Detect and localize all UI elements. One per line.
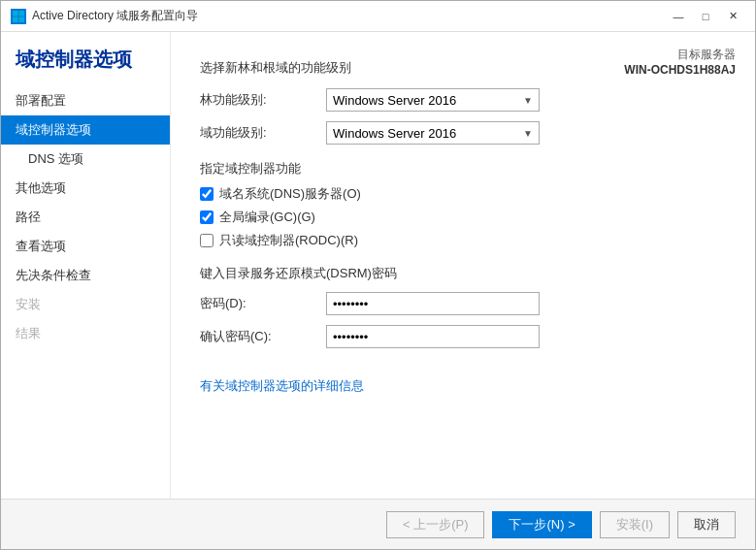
password-section: 键入目录服务还原模式(DSRM)密码 密码(D): 确认密码(C): — [200, 265, 726, 348]
rodc-label[interactable]: 只读域控制器(RODC)(R) — [219, 232, 358, 249]
prev-button[interactable]: < 上一步(P) — [386, 511, 485, 538]
minimize-button[interactable]: — — [666, 7, 691, 26]
rodc-checkbox-row: 只读域控制器(RODC)(R) — [200, 232, 726, 249]
sidebar-item-dc-options[interactable]: 域控制器选项 — [1, 115, 170, 145]
domain-level-label: 域功能级别: — [200, 124, 326, 142]
gc-label[interactable]: 全局编录(GC)(G) — [219, 209, 315, 226]
sidebar-item-prereq[interactable]: 先决条件检查 — [1, 261, 170, 290]
domain-level-dropdown[interactable]: Windows Server 2016 ▼ — [326, 121, 540, 145]
content-area: 域控制器选项 部署配置 域控制器选项 DNS 选项 其他选项 路径 查看选项 先… — [1, 32, 755, 499]
password-row: 密码(D): — [200, 292, 726, 315]
sidebar-item-dns[interactable]: DNS 选项 — [1, 145, 170, 174]
sidebar-item-deployment[interactable]: 部署配置 — [1, 86, 170, 115]
app-icon — [11, 9, 26, 24]
sidebar: 域控制器选项 部署配置 域控制器选项 DNS 选项 其他选项 路径 查看选项 先… — [1, 32, 171, 499]
close-button[interactable]: ✕ — [720, 7, 745, 26]
target-server-value: WIN-OCHDS1H88AJ — [624, 63, 736, 77]
confirm-password-input[interactable] — [326, 325, 540, 348]
detail-link[interactable]: 有关域控制器选项的详细信息 — [200, 378, 364, 393]
forest-level-dropdown[interactable]: Windows Server 2016 ▼ — [326, 88, 540, 112]
confirm-password-row: 确认密码(C): — [200, 325, 726, 348]
dc-features-section: 指定域控制器功能 域名系统(DNS)服务器(O) 全局编录(GC)(G) 只读域… — [200, 160, 726, 249]
forest-level-row: 林功能级别: Windows Server 2016 ▼ — [200, 88, 726, 112]
title-bar-text: Active Directory 域服务配置向导 — [32, 8, 666, 24]
password-input[interactable] — [326, 292, 540, 315]
next-button[interactable]: 下一步(N) > — [492, 511, 591, 538]
gc-checkbox[interactable] — [200, 210, 214, 224]
main-content: 目标服务器 WIN-OCHDS1H88AJ 选择新林和根域的功能级别 林功能级别… — [171, 32, 755, 499]
domain-level-row: 域功能级别: Windows Server 2016 ▼ — [200, 121, 726, 145]
maximize-button[interactable]: □ — [693, 7, 718, 26]
svg-rect-2 — [13, 16, 18, 22]
confirm-label: 确认密码(C): — [200, 328, 326, 345]
target-server-label: 目标服务器 — [624, 47, 736, 63]
title-bar-controls: — □ ✕ — [666, 7, 745, 26]
main-window: Active Directory 域服务配置向导 — □ ✕ 域控制器选项 部署… — [0, 0, 756, 550]
forest-level-label: 林功能级别: — [200, 91, 326, 109]
domain-dropdown-arrow: ▼ — [523, 128, 533, 139]
rodc-checkbox[interactable] — [200, 234, 214, 247]
gc-checkbox-row: 全局编录(GC)(G) — [200, 209, 726, 226]
svg-rect-0 — [13, 11, 18, 16]
sidebar-item-install: 安装 — [1, 290, 170, 319]
cancel-button[interactable]: 取消 — [677, 511, 736, 538]
dns-checkbox[interactable] — [200, 187, 214, 201]
password-section-title: 键入目录服务还原模式(DSRM)密码 — [200, 265, 726, 282]
sidebar-item-path[interactable]: 路径 — [1, 203, 170, 232]
sidebar-item-review[interactable]: 查看选项 — [1, 232, 170, 261]
forest-dropdown-arrow: ▼ — [523, 95, 533, 106]
sidebar-item-other[interactable]: 其他选项 — [1, 174, 170, 203]
svg-rect-1 — [19, 11, 25, 16]
dns-checkbox-row: 域名系统(DNS)服务器(O) — [200, 185, 726, 203]
sidebar-item-results: 结果 — [1, 319, 170, 348]
forest-level-value: Windows Server 2016 — [333, 93, 456, 108]
footer: < 上一步(P) 下一步(N) > 安装(I) 取消 — [1, 499, 755, 549]
features-title: 指定域控制器功能 — [200, 160, 726, 178]
password-label: 密码(D): — [200, 295, 326, 312]
sidebar-header: 域控制器选项 — [1, 47, 170, 86]
link-area: 有关域控制器选项的详细信息 — [200, 377, 726, 395]
title-bar: Active Directory 域服务配置向导 — □ ✕ — [1, 1, 755, 32]
target-server-info: 目标服务器 WIN-OCHDS1H88AJ — [624, 47, 736, 77]
dns-label[interactable]: 域名系统(DNS)服务器(O) — [219, 185, 361, 203]
svg-rect-3 — [19, 16, 25, 22]
domain-level-value: Windows Server 2016 — [333, 126, 456, 141]
install-button[interactable]: 安装(I) — [600, 511, 670, 538]
